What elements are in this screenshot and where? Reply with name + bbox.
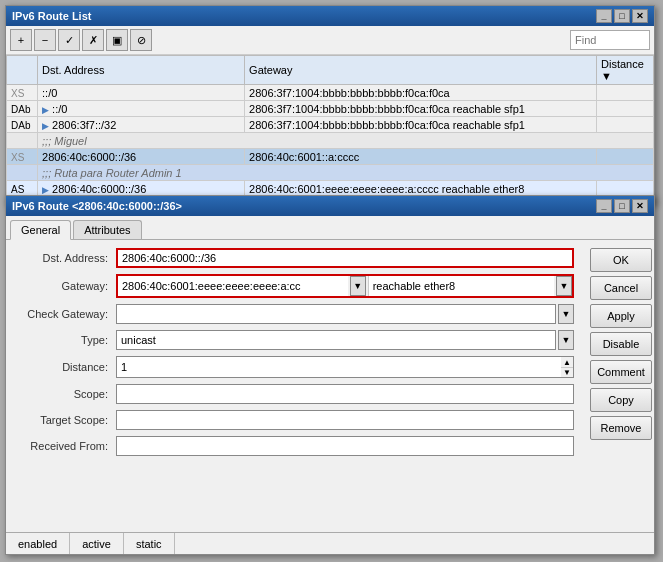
remove-button[interactable]: − [34,29,56,51]
type-row: Type: ▼ [16,330,574,350]
dst-address-input[interactable] [116,248,574,268]
table-row[interactable]: XS ::/0 2806:3f7:1004:bbbb:bbbb:bbbb:f0c… [7,85,654,101]
row-flag: DAb [7,117,38,133]
row-distance [597,85,654,101]
table-row[interactable]: XS 2806:40c:6000::/36 2806:40c:6001::a:c… [7,149,654,165]
tab-bar: General Attributes [6,216,654,240]
remove-button[interactable]: Remove [590,416,652,440]
dst-address-row: Dst. Address: [16,248,574,268]
detail-title: IPv6 Route <2806:40c:6000::/36> [12,200,182,212]
close-button[interactable]: ✕ [632,9,648,23]
row-dst: ▶ ::/0 [38,101,245,117]
target-scope-row: Target Scope: 10 [16,410,574,430]
side-buttons: OK Cancel Apply Disable Comment Copy Rem… [584,240,654,538]
gateway-row: Gateway: ▼ ▼ [16,274,574,298]
route-list-window: IPv6 Route List _ □ ✕ + − ✓ ✗ ▣ ⊘ Dst. A… [5,5,655,205]
row-flag [7,165,38,181]
dst-address-label: Dst. Address: [16,252,116,264]
col-dst[interactable]: Dst. Address [38,56,245,85]
detail-close-button[interactable]: ✕ [632,199,648,213]
status-static: static [124,533,175,554]
comment-button[interactable]: Comment [590,360,652,384]
row-dst: ▶ 2806:3f7::/32 [38,117,245,133]
check-gateway-wrap: ▼ [116,304,574,324]
disable-button[interactable]: Disable [590,332,652,356]
toolbar: + − ✓ ✗ ▣ ⊘ [6,26,654,55]
distance-wrap: ▲ ▼ [116,356,574,378]
copy-button[interactable]: ▣ [106,29,128,51]
maximize-button[interactable]: □ [614,9,630,23]
detail-minimize-button[interactable]: _ [596,199,612,213]
row-distance [597,117,654,133]
type-label: Type: [16,334,116,346]
table-row-section: ;;; Miguel [7,133,654,149]
target-scope-input[interactable]: 10 [116,410,574,430]
check-gateway-dropdown-btn[interactable]: ▼ [558,304,574,324]
find-input[interactable] [570,30,650,50]
gateway-input[interactable] [118,276,348,296]
table-row[interactable]: DAb ▶ ::/0 2806:3f7:1004:bbbb:bbbb:bbbb:… [7,101,654,117]
type-wrap: ▼ [116,330,574,350]
distance-spinner: ▲ ▼ [561,358,573,377]
cancel-button[interactable]: Cancel [590,276,652,300]
type-dropdown-btn[interactable]: ▼ [558,330,574,350]
row-gateway: 2806:3f7:1004:bbbb:bbbb:bbbb:f0ca:f0ca r… [245,101,597,117]
tab-general[interactable]: General [10,220,71,240]
filter-button[interactable]: ⊘ [130,29,152,51]
detail-title-bar: IPv6 Route <2806:40c:6000::/36> _ □ ✕ [6,196,654,216]
detail-title-controls: _ □ ✕ [596,199,648,213]
row-gateway: 2806:3f7:1004:bbbb:bbbb:bbbb:f0ca:f0ca r… [245,117,597,133]
gateway-extra-input[interactable] [368,276,554,296]
status-bar: enabled active static [6,532,654,554]
apply-button[interactable]: Apply [590,304,652,328]
check-gateway-label: Check Gateway: [16,308,116,320]
table-row[interactable]: DAb ▶ 2806:3f7::/32 2806:3f7:1004:bbbb:b… [7,117,654,133]
row-flag: XS [7,85,38,101]
gateway-wrap: ▼ ▼ [116,274,574,298]
col-distance[interactable]: Distance ▼ [597,56,654,85]
scope-row: Scope: 30 [16,384,574,404]
received-from-input[interactable]: PEER-to-MB [116,436,574,456]
minimize-button[interactable]: _ [596,9,612,23]
gateway-extra-dropdown-btn[interactable]: ▼ [556,276,572,296]
ok-button[interactable]: OK [590,248,652,272]
distance-input[interactable] [117,357,561,377]
gateway-dropdown-btn[interactable]: ▼ [350,276,366,296]
row-distance [597,149,654,165]
route-table: Dst. Address Gateway Distance ▼ XS ::/0 … [6,55,654,197]
check-gateway-input[interactable] [116,304,556,324]
add-button[interactable]: + [10,29,32,51]
detail-body: Dst. Address: Gateway: ▼ ▼ Check Gateway… [6,240,654,538]
col-gateway[interactable]: Gateway [245,56,597,85]
check-button[interactable]: ✓ [58,29,80,51]
row-gateway: 2806:3f7:1004:bbbb:bbbb:bbbb:f0ca:f0ca [245,85,597,101]
received-from-label: Received From: [16,440,116,452]
distance-up[interactable]: ▲ [561,358,573,368]
table-row-section: ;;; Ruta para Router Admin 1 [7,165,654,181]
cancel-button[interactable]: ✗ [82,29,104,51]
copy-button[interactable]: Copy [590,388,652,412]
target-scope-label: Target Scope: [16,414,116,426]
route-table-container: Dst. Address Gateway Distance ▼ XS ::/0 … [6,55,654,201]
route-detail-window: IPv6 Route <2806:40c:6000::/36> _ □ ✕ Ge… [5,195,655,555]
row-section-text: ;;; Ruta para Router Admin 1 [38,165,654,181]
row-flag [7,133,38,149]
check-gateway-row: Check Gateway: ▼ [16,304,574,324]
detail-maximize-button[interactable]: □ [614,199,630,213]
row-flag: XS [7,149,38,165]
route-list-title: IPv6 Route List [12,10,91,22]
row-dst: ::/0 [38,85,245,101]
received-from-row: Received From: PEER-to-MB [16,436,574,456]
route-list-title-bar: IPv6 Route List _ □ ✕ [6,6,654,26]
status-active: active [70,533,124,554]
distance-down[interactable]: ▼ [561,368,573,377]
row-distance [597,101,654,117]
type-input[interactable] [116,330,556,350]
tab-attributes[interactable]: Attributes [73,220,141,239]
distance-label: Distance: [16,361,116,373]
col-flag [7,56,38,85]
form-area: Dst. Address: Gateway: ▼ ▼ Check Gateway… [6,240,584,538]
scope-input[interactable]: 30 [116,384,574,404]
row-flag: DAb [7,101,38,117]
status-enabled: enabled [6,533,70,554]
